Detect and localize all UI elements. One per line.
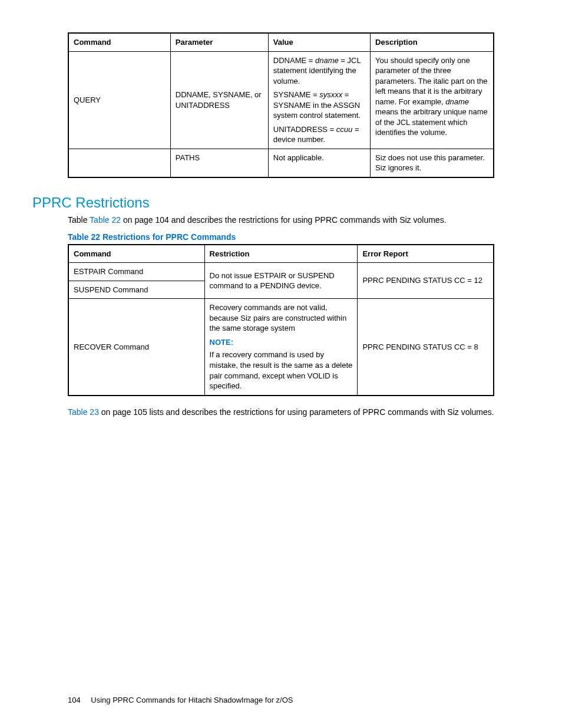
footer-title: Using PPRC Commands for Hitachi ShadowIm… [91,696,293,704]
cell-command [68,149,170,177]
table-22-caption: Table 22 Restrictions for PPRC Commands [68,232,494,242]
table-row: QUERY DDNAME, SYSNAME, or UNITADDRESS DD… [68,51,494,149]
page-number: 104 [68,696,81,704]
th-restriction: Restriction [204,245,358,263]
cell-error: PPRC PENDING STATUS CC = 12 [358,263,494,299]
cell-parameter: DDNAME, SYSNAME, or UNITADDRESS [170,51,268,149]
cell-parameter: PATHS [170,149,268,177]
th-value: Value [268,33,370,51]
page: Command Parameter Value Description QUER… [0,0,562,728]
outro-paragraph: Table 23 on page 105 lists and describes… [68,407,494,419]
table-row: PATHS Not applicable. Siz does not use t… [68,149,494,177]
cell-value: DDNAME = dname = JCL statement identifyi… [268,51,370,149]
th-description: Description [371,33,494,51]
table-row: ESTPAIR Command Do not issue ESTPAIR or … [68,263,494,281]
cell-command: RECOVER Command [68,299,204,396]
cell-error: PPRC PENDING STATUS CC = 8 [358,299,494,396]
cell-description: You should specify only one parameter of… [371,51,494,149]
cell-description: Siz does not use this parameter. Siz ign… [371,149,494,177]
cell-command: SUSPEND Command [68,281,204,299]
th-command: Command [68,245,204,263]
cell-command: ESTPAIR Command [68,263,204,281]
th-parameter: Parameter [170,33,268,51]
table-query-parameters: Command Parameter Value Description QUER… [68,32,494,178]
note-label: NOTE: [210,337,353,348]
cell-value: Not applicable. [268,149,370,177]
intro-paragraph: Table Table 22 on page 104 and describes… [68,215,494,226]
th-error-report: Error Report [358,245,494,263]
table-row: RECOVER Command Recovery commands are no… [68,299,494,396]
cell-restriction: Recovery commands are not valid, because… [204,299,358,396]
cell-command: QUERY [68,51,170,149]
page-footer: 104 Using PPRC Commands for Hitachi Shad… [68,696,293,704]
cell-restriction: Do not issue ESTPAIR or SUSPEND command … [204,263,358,299]
table-header-row: Command Restriction Error Report [68,245,494,263]
link-table-23[interactable]: Table 23 [68,407,99,417]
table-header-row: Command Parameter Value Description [68,33,494,51]
link-table-22[interactable]: Table 22 [90,215,121,225]
table-pprc-restrictions: Command Restriction Error Report ESTPAIR… [68,244,494,396]
th-command: Command [68,33,170,51]
section-heading-pprc-restrictions: PPRC Restrictions [32,195,494,211]
